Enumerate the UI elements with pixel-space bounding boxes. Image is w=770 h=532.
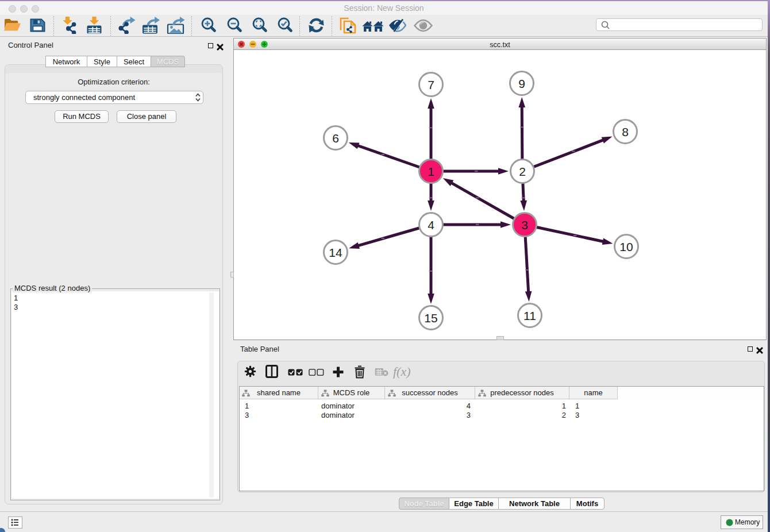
svg-text:3: 3 xyxy=(521,218,528,232)
svg-text:9: 9 xyxy=(518,77,525,90)
svg-text:2: 2 xyxy=(519,165,526,178)
svg-text:6: 6 xyxy=(332,132,339,145)
svg-text:10: 10 xyxy=(619,240,633,253)
svg-text:7: 7 xyxy=(428,78,434,91)
svg-text:8: 8 xyxy=(622,125,629,138)
svg-text:15: 15 xyxy=(424,311,437,325)
svg-text:14: 14 xyxy=(329,246,342,259)
svg-text:11: 11 xyxy=(523,309,536,322)
svg-text:1: 1 xyxy=(428,165,434,178)
svg-text:4: 4 xyxy=(428,218,434,232)
